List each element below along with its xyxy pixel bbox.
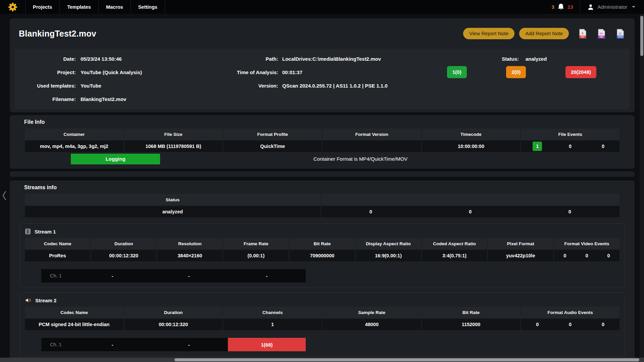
channel-cell-2: -: [150, 269, 228, 282]
nav-item-macros[interactable]: Macros: [99, 0, 131, 14]
vertical-scrollbar-thumb[interactable]: [640, 16, 643, 56]
project-value: YouTube (Quick Analysis): [81, 69, 193, 75]
sidebar-collapse-button[interactable]: [1, 190, 7, 203]
nav-separator: [165, 0, 165, 14]
channel-cell-2: -: [150, 338, 228, 351]
col-bit-rate: Bit Rate: [289, 238, 355, 249]
time-of-analysis-label: Time of Analysis:: [193, 69, 278, 75]
col-file-size: File Size: [124, 128, 223, 140]
col-file-events: File Events: [521, 128, 620, 140]
stream-2-channel-row: Ch. 1 - - 1(68): [41, 338, 306, 351]
vertical-scrollbar[interactable]: [640, 14, 644, 358]
nav-item-templates[interactable]: Templates: [60, 0, 98, 14]
view-report-note-button[interactable]: View Report Note: [463, 28, 514, 39]
notifications-button[interactable]: [558, 3, 564, 10]
qscan-logo-icon: [8, 2, 17, 12]
stream-2-table: Codec Name Duration Channels Sample Rate…: [25, 307, 620, 330]
streams-status-value: analyzed: [25, 206, 320, 217]
channel-cell-1: -: [75, 338, 150, 351]
logging-message: Container Format is MP4/QuickTime/MOV: [313, 153, 407, 165]
error-events-badge[interactable]: 20(2048): [565, 66, 596, 78]
audio-events-3: 0: [587, 322, 620, 327]
channel-cell-3: -: [228, 269, 306, 282]
col-resolution: Resolution: [157, 238, 222, 249]
stream-1-channel-row: Ch. 1 - - -: [41, 269, 306, 282]
version-label: Version:: [193, 83, 278, 89]
horizontal-scrollbar[interactable]: [0, 358, 644, 362]
col-format-video-events: Format Video Events: [554, 238, 620, 249]
collapsed-section-strip[interactable]: [10, 171, 635, 177]
duration-value: 00:00:12:320: [91, 250, 156, 261]
channel-label: Ch. 1: [41, 269, 75, 282]
logging-row: Logging Container Format is MP4/QuickTim…: [25, 153, 620, 165]
file-events-green-badge[interactable]: 1: [533, 142, 542, 151]
channel-error-badge[interactable]: 1(68): [228, 338, 306, 351]
audio-events-values: 0 0 0: [521, 319, 620, 330]
col-codec-name: Codec Name: [25, 307, 123, 318]
streams-info-title: Streams info: [24, 185, 630, 191]
nav-item-projects[interactable]: Projects: [26, 0, 59, 14]
used-templates-value: YouTube: [81, 83, 193, 89]
file-info-section: File Info Container File Size Format Pro…: [10, 115, 635, 169]
svg-text:A: A: [581, 32, 583, 35]
app-logo[interactable]: [0, 0, 25, 14]
channels-value: 1: [223, 319, 322, 330]
info-events-badge[interactable]: 1(0): [447, 66, 467, 78]
col-codec-name: Codec Name: [25, 238, 90, 249]
coded-aspect-ratio-value: 3:4(0.75:1): [422, 250, 487, 261]
sample-rate-value: 48000: [323, 319, 421, 330]
duration-value: 00:00:12:320: [124, 319, 223, 330]
bell-icon: [558, 3, 564, 10]
export-json-icon[interactable]: {:} JSON: [616, 29, 624, 39]
user-icon: [587, 3, 594, 11]
file-events-value-2: 0: [554, 144, 587, 149]
export-pdf-icon[interactable]: A PDF: [579, 29, 587, 39]
date-value: 05/23/24 13:50:46: [81, 56, 193, 62]
warning-events-badge[interactable]: 2(0): [506, 66, 526, 78]
nav-item-settings[interactable]: Settings: [131, 0, 165, 14]
container-value: mov, mp4, m4a, 3gp, 3g2, mj2: [25, 141, 123, 152]
streams-counters: 0 0 0: [321, 206, 620, 217]
error-count[interactable]: 13: [567, 4, 573, 10]
col-bit-rate: Bit Rate: [422, 307, 521, 318]
path-label: Path:: [193, 56, 278, 62]
resolution-value: 3840×2160: [157, 250, 222, 261]
meta-filename: Filename: BlankingTest2.mov: [15, 92, 193, 106]
bit-rate-value: 1152000: [422, 319, 521, 330]
horizontal-scrollbar-thumb[interactable]: [175, 358, 639, 361]
col-format-audio-events: Format Audio Events: [521, 307, 620, 318]
col-display-aspect-ratio: Display Aspect Ratio: [356, 238, 421, 249]
streams-info-section: Streams info Status analyzed 0 0 0: [10, 180, 635, 361]
meta-status: Status: analyzed: [447, 52, 629, 65]
file-size-value: 1068 MB (1119780591 B): [124, 141, 223, 152]
top-navbar: Projects Templates Macros Settings 3 13 …: [0, 0, 644, 14]
channel-label: Ch. 1: [41, 338, 75, 351]
meta-version: Version: QScan 2024.0.255.72 | AS11 1.0.…: [193, 79, 447, 92]
meta-date: Date: 05/23/24 13:50:46: [15, 52, 193, 65]
main-content: BlankingTest2.mov View Report Note Add R…: [0, 14, 644, 362]
user-name: Administrator: [598, 4, 627, 10]
speaker-icon: [25, 297, 32, 303]
col-coded-aspect-ratio: Coded Aspect Ratio: [422, 238, 487, 249]
status-value: analyzed: [526, 56, 629, 62]
event-summary-badges: 1(0) 2(0) 20(2048): [447, 66, 596, 78]
project-label: Project:: [15, 69, 76, 75]
filename-value: BlankingTest2.mov: [81, 96, 193, 102]
svg-text:JSON: JSON: [618, 36, 623, 38]
video-events-1: 0: [554, 253, 576, 258]
format-version-value: [323, 141, 421, 152]
channel-cell-1: -: [75, 269, 150, 282]
col-format-version: Format Version: [323, 128, 421, 140]
export-xml-icon[interactable]: </> XML: [598, 29, 605, 39]
format-profile-value: QuickTime: [223, 141, 322, 152]
add-report-note-button[interactable]: Add Report Note: [519, 28, 569, 39]
page-title: BlankingTest2.mov: [19, 29, 96, 39]
codec-value: ProRes: [25, 250, 90, 261]
warning-count[interactable]: 3: [552, 4, 554, 10]
meta-path: Path: LocalDrives:C:\media\BlankingTest2…: [193, 52, 447, 65]
chevron-down-icon: [632, 6, 635, 8]
col-pixel-format: Pixel Format: [488, 238, 553, 249]
display-aspect-ratio-value: 16:9(0.00:1): [356, 250, 421, 261]
user-menu[interactable]: Administrator: [587, 3, 635, 11]
col-status-empty: [321, 194, 620, 205]
